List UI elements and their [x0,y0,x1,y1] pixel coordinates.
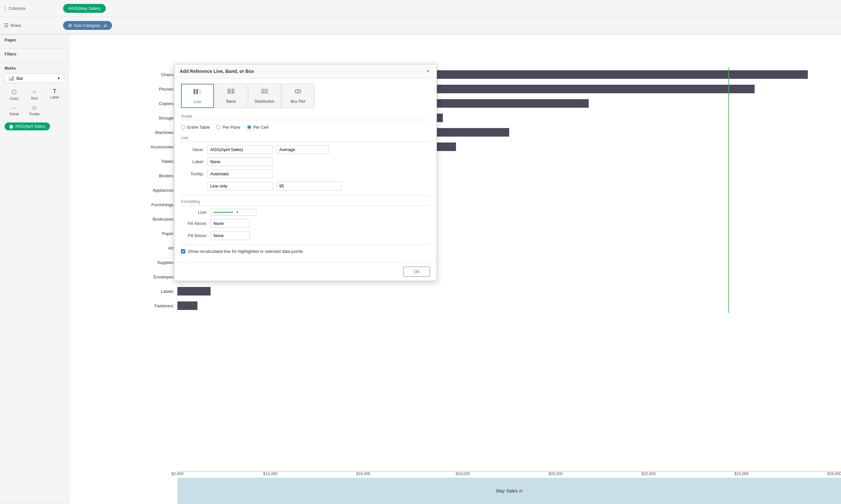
recalculate-checkbox-label[interactable]: Show recalculated line for highlighted o… [188,249,303,254]
ok-button[interactable]: OK [403,267,430,277]
svg-rect-0 [193,89,195,94]
dialog-title-bar: Add Reference Line, Band, or Box × [174,64,437,78]
label-icon: T [53,88,56,94]
fill-below-select[interactable]: None Gray Custom [211,231,250,240]
line-format-label: Line: [181,210,207,215]
dialog-footer: OK [174,262,437,281]
line-value-select[interactable]: 95 100 80 [276,182,342,191]
line-header: Line [181,136,430,142]
scope-section: Scope Entire Table Per Pane Per Cell [181,114,430,131]
tooltip-field-label: Tooltip: [181,172,204,176]
rows-pill[interactable]: ⊞ Sub-Category ⇄ [63,21,112,30]
line-format-row: Line: ▼ [181,209,430,216]
color-icon: ⬡ [12,88,17,95]
rows-pill-filter-icon: ⇄ [104,23,107,28]
rows-pill-label: Sub-Category [74,23,100,28]
dialog-overlay: Add Reference Line, Band, or Box × Line [69,35,841,504]
scope-header: Scope [181,114,430,120]
marks-type-chevron: ▼ [57,76,60,80]
dialog-close-button[interactable]: × [424,68,431,75]
columns-pill-label: AGG(May Sales) [68,6,101,11]
type-btn-line-label: Line [194,100,202,104]
value-label: Value: [181,147,204,152]
marks-grid: ⬡ Color ○ Size T Label ⋯ Detail [5,86,64,118]
type-btn-band-label: Band [226,99,235,104]
fill-above-select[interactable]: None Gray Custom [211,219,250,228]
bar-chart-icon: 📊 [8,75,15,81]
boxplot-type-icon [293,87,302,97]
fill-below-label: Fill Below: [181,233,207,238]
value-row: Value: AGG(April Sales) Average Sum Min … [181,145,430,154]
pages-section: Pages [0,35,69,49]
rows-icon: ☰ [4,22,8,29]
type-btn-distribution-label: Distribution [255,99,274,104]
agg-pill-label: AGG(April Sales) [15,124,45,129]
rows-shelf-label: ☰ Rows [4,22,63,29]
formatting-section: Formatting Line: ▼ Fill Above: [181,199,430,240]
fill-above-row: Fill Above: None Gray Custom [181,219,430,228]
scope-entire-table[interactable]: Entire Table [181,125,210,130]
svg-rect-4 [227,89,235,94]
filters-section: Filters [0,49,69,63]
label-field-label: Label: [181,159,204,164]
detail-label: Detail [10,112,19,116]
size-mark[interactable]: ○ Size [25,86,44,103]
value-field-select[interactable]: AGG(April Sales) [207,145,273,154]
tooltip-icon: 🗨 [32,106,36,111]
chart-area: Chairs Phones Copiers Storage Machines A… [69,35,841,504]
scope-per-pane[interactable]: Per Pane [216,125,240,130]
value-aggregate-select[interactable]: Average Sum Min Max Median [276,145,329,154]
size-icon: ○ [33,88,36,95]
dialog-title: Add Reference Line, Band, or Box [180,69,254,74]
recalculate-checkbox[interactable] [181,249,185,253]
size-label: Size [31,96,38,100]
color-mark[interactable]: ⬡ Color [5,86,24,103]
marks-type-label: Bar [16,76,23,81]
marks-section: Marks 📊 Bar ▼ ⬡ Color ○ Size [0,63,69,504]
line-dropdown-arrow: ▼ [236,211,239,214]
detail-icon: ⋯ [12,106,16,111]
band-type-icon [226,87,235,97]
agg-pill[interactable]: ⬤ AGG(April Sales) [5,123,50,130]
fill-below-row: Fill Below: None Gray Custom [181,231,430,240]
label-mark-label: Label [50,95,59,99]
distribution-type-icon [260,87,269,97]
type-btn-boxplot[interactable]: Box Plot [282,84,314,108]
tooltip-mark[interactable]: 🗨 Tooltip [25,104,44,118]
marks-bottom: ⬤ AGG(April Sales) [5,121,64,130]
label-mark[interactable]: T Label [45,86,64,103]
checkbox-separator [181,245,430,245]
agg-dot-icon: ⬤ [9,124,13,129]
dialog-body: Line Band [174,78,437,262]
type-btn-distribution[interactable]: Distribution [248,84,281,108]
fill-above-label: Fill Above: [181,221,207,226]
line-color-dropdown[interactable]: ▼ [211,209,257,216]
tooltip-field-select[interactable]: Automatic None Custom [207,169,273,178]
type-buttons-group: Line Band [181,84,430,108]
line-type-icon [193,88,202,97]
line-only-row: Line only Line and label None 95 100 80 [207,182,430,191]
tooltip-label: Tooltip [29,112,40,116]
columns-icon: ⫶ [4,5,6,12]
formatting-separator [181,195,430,195]
detail-mark[interactable]: ⋯ Detail [5,104,24,118]
columns-pill[interactable]: AGG(May Sales) [63,4,106,13]
columns-shelf-label: ⫶ Columns [4,5,63,12]
type-btn-boxplot-label: Box Plot [291,99,305,104]
recalculate-checkbox-row: Show recalculated line for highlighted o… [181,249,430,254]
label-field-select[interactable]: None Value Custom [207,157,273,166]
line-only-select[interactable]: Line only Line and label None [207,182,273,191]
line-color-preview [213,212,233,213]
marks-type-dropdown[interactable]: 📊 Bar ▼ [5,73,64,83]
rows-pill-table-icon: ⊞ [68,23,72,28]
type-btn-band[interactable]: Band [214,84,247,108]
color-label: Color [10,96,18,101]
tooltip-row: Tooltip: Automatic None Custom [181,169,430,178]
formatting-header: Formatting [181,199,430,205]
scope-radio-group: Entire Table Per Pane Per Cell [181,124,430,131]
type-btn-line[interactable]: Line [181,84,214,108]
scope-per-cell[interactable]: Per Cell [247,125,268,130]
svg-rect-3 [199,89,202,94]
label-row: Label: None Value Custom [181,157,430,166]
line-section: Line Value: AGG(April Sales) Average Sum… [181,136,430,191]
